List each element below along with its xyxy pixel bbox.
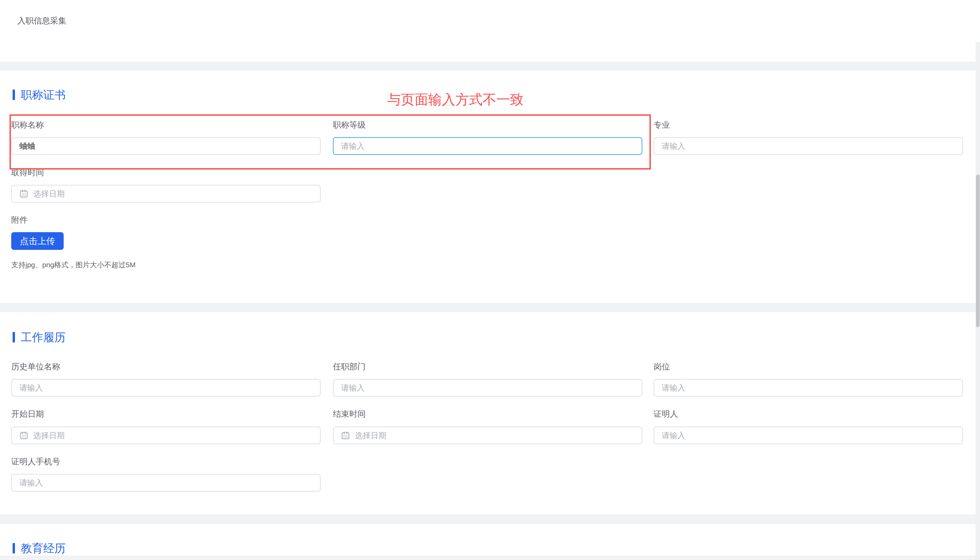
label-work-department: 任职部门 [333,362,366,371]
label-cert-level: 职称等级 [333,120,366,129]
calendar-icon [19,189,28,198]
cert-acquire-time-datepicker[interactable] [11,185,321,203]
section-title: 工作履历 [21,332,66,343]
work-end-date-datepicker[interactable] [333,427,642,444]
section-gap-band [0,514,975,524]
work-referee-phone-input-control[interactable] [19,478,313,487]
section-header-title-certificate: 职称证书 [13,89,66,100]
cert-major-input-control[interactable] [662,142,955,151]
work-company-input[interactable] [11,379,321,397]
work-position-input-control[interactable] [662,383,955,393]
label-cert-major: 专业 [654,120,670,129]
scrollbar-thumb[interactable] [976,175,980,327]
section-gap-band [0,555,975,560]
work-position-input[interactable] [654,379,963,397]
work-end-date-input-control[interactable] [355,431,634,440]
upload-button[interactable]: 点击上传 [11,232,64,250]
onboarding-form-page: 入职信息采集 职称证书 与页面输入方式不一致 职称名称 职称等级 专业 取得时间 [0,0,980,560]
page-title: 入职信息采集 [17,15,67,26]
cert-name-input-control[interactable] [19,142,313,151]
work-referee-input-control[interactable] [662,431,955,440]
section-gap-band [0,62,975,70]
work-department-input[interactable] [333,379,642,397]
calendar-icon [19,431,28,440]
label-cert-acquire-time: 取得时间 [11,168,44,177]
label-work-end-date: 结束时间 [333,410,366,418]
work-start-date-input-control[interactable] [33,431,313,440]
work-department-input-control[interactable] [341,383,634,393]
label-attachment: 附件 [11,215,28,224]
label-work-position: 岗位 [654,362,670,371]
attachment-hint-text: 支持jpg、png格式，图片大小不超过5M [11,260,135,270]
label-work-company: 历史单位名称 [11,362,60,371]
calendar-icon [341,431,350,440]
work-company-input-control[interactable] [19,383,313,393]
cert-acquire-time-input-control[interactable] [33,189,313,198]
cert-name-input[interactable] [11,137,321,155]
section-title: 教育经历 [21,543,66,554]
work-referee-phone-input[interactable] [11,474,321,492]
section-gap-band [0,303,975,312]
section-accent-bar-icon [13,90,15,100]
work-referee-input[interactable] [654,427,963,444]
section-accent-bar-icon [13,332,15,342]
label-work-referee-phone: 证明人手机号 [11,457,60,466]
label-cert-name: 职称名称 [11,120,44,129]
work-start-date-datepicker[interactable] [11,427,321,444]
cert-level-input[interactable] [333,137,642,155]
cert-level-input-control[interactable] [341,142,634,151]
section-header-work-history: 工作履历 [13,332,66,343]
section-accent-bar-icon [13,543,15,553]
cert-major-input[interactable] [654,137,963,155]
annotation-text: 与页面输入方式不一致 [388,92,524,107]
label-work-start-date: 开始日期 [11,410,44,418]
section-header-education: 教育经历 [13,543,66,554]
label-work-referee: 证明人 [654,410,678,418]
section-title: 职称证书 [21,89,66,100]
